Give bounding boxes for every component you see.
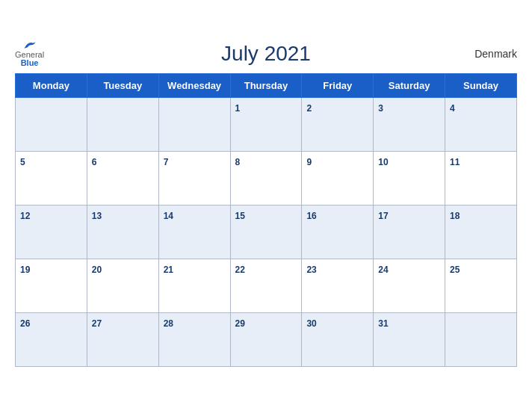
calendar-week-row: 262728293031 xyxy=(16,312,517,366)
calendar-day-cell: 29 xyxy=(230,312,302,366)
day-number: 13 xyxy=(92,211,102,221)
header-saturday: Saturday xyxy=(374,73,445,97)
calendar-day-cell: 10 xyxy=(374,151,445,205)
calendar-day-cell: 13 xyxy=(87,205,158,259)
day-number: 10 xyxy=(378,157,388,167)
calendar-day-cell: 18 xyxy=(445,205,517,259)
day-number: 1 xyxy=(235,103,241,114)
day-number: 31 xyxy=(378,318,388,329)
calendar-day-cell: 25 xyxy=(445,259,517,312)
calendar-day-cell xyxy=(158,97,230,151)
calendar-title: July 2021 xyxy=(15,42,517,66)
calendar-day-cell: 15 xyxy=(230,205,302,259)
calendar-day-cell: 7 xyxy=(158,151,230,205)
calendar-day-cell: 6 xyxy=(87,151,158,205)
calendar-day-cell: 19 xyxy=(16,259,87,312)
day-number: 11 xyxy=(450,157,460,167)
weekday-header-row: Monday Tuesday Wednesday Thursday Friday… xyxy=(16,73,517,97)
calendar-day-cell: 14 xyxy=(158,205,230,259)
calendar-wrapper: General Blue July 2021 Denmark Monday Tu… xyxy=(0,30,532,382)
day-number: 19 xyxy=(20,265,30,275)
calendar-day-cell: 9 xyxy=(302,151,374,205)
day-number: 26 xyxy=(20,318,30,329)
calendar-day-cell: 3 xyxy=(374,97,445,151)
calendar-day-cell: 27 xyxy=(87,312,158,366)
day-number: 12 xyxy=(20,211,30,221)
day-number: 25 xyxy=(450,265,460,275)
day-number: 21 xyxy=(164,265,173,275)
calendar-day-cell: 17 xyxy=(374,205,445,259)
day-number: 14 xyxy=(164,211,173,221)
calendar-day-cell: 12 xyxy=(16,205,87,259)
calendar-day-cell: 20 xyxy=(87,259,158,312)
header-tuesday: Tuesday xyxy=(87,73,158,97)
calendar-day-cell: 26 xyxy=(16,312,87,366)
day-number: 23 xyxy=(306,265,316,275)
calendar-day-cell xyxy=(87,97,158,151)
day-number: 6 xyxy=(92,157,97,167)
calendar-day-cell: 28 xyxy=(158,312,230,366)
logo-area: General Blue xyxy=(15,40,44,67)
header-thursday: Thursday xyxy=(230,73,302,97)
calendar-day-cell: 24 xyxy=(374,259,445,312)
calendar-day-cell xyxy=(16,97,87,151)
calendar-header: General Blue July 2021 Denmark xyxy=(15,37,517,70)
day-number: 27 xyxy=(92,318,102,329)
day-number: 24 xyxy=(378,265,388,275)
calendar-day-cell: 21 xyxy=(158,259,230,312)
day-number: 7 xyxy=(164,157,169,167)
header-friday: Friday xyxy=(302,73,374,97)
day-number: 16 xyxy=(306,211,316,221)
header-sunday: Sunday xyxy=(445,73,517,97)
calendar-week-row: 1234 xyxy=(16,97,517,151)
day-number: 2 xyxy=(306,103,312,114)
day-number: 15 xyxy=(235,211,245,221)
calendar-day-cell xyxy=(445,312,517,366)
day-number: 22 xyxy=(235,265,245,275)
calendar-day-cell: 4 xyxy=(445,97,517,151)
calendar-day-cell: 30 xyxy=(302,312,374,366)
day-number: 3 xyxy=(378,103,383,114)
calendar-day-cell: 1 xyxy=(230,97,302,151)
day-number: 5 xyxy=(20,157,25,167)
calendar-day-cell: 22 xyxy=(230,259,302,312)
day-number: 30 xyxy=(306,318,316,329)
calendar-week-row: 12131415161718 xyxy=(16,205,517,259)
header-wednesday: Wednesday xyxy=(158,73,230,97)
logo-blue-text: Blue xyxy=(21,59,39,67)
calendar-grid: Monday Tuesday Wednesday Thursday Friday… xyxy=(15,73,517,367)
day-number: 8 xyxy=(235,157,241,167)
day-number: 17 xyxy=(378,211,388,221)
day-number: 18 xyxy=(450,211,460,221)
calendar-day-cell: 31 xyxy=(374,312,445,366)
calendar-day-cell: 23 xyxy=(302,259,374,312)
calendar-day-cell: 2 xyxy=(302,97,374,151)
day-number: 20 xyxy=(92,265,102,275)
day-number: 28 xyxy=(164,318,173,329)
day-number: 4 xyxy=(450,103,455,114)
calendar-week-row: 19202122232425 xyxy=(16,259,517,312)
calendar-week-row: 567891011 xyxy=(16,151,517,205)
calendar-day-cell: 5 xyxy=(16,151,87,205)
day-number: 29 xyxy=(235,318,245,329)
header-monday: Monday xyxy=(16,73,87,97)
logo-icon xyxy=(23,40,37,51)
calendar-day-cell: 11 xyxy=(445,151,517,205)
calendar-day-cell: 16 xyxy=(302,205,374,259)
day-number: 9 xyxy=(306,157,312,167)
calendar-day-cell: 8 xyxy=(230,151,302,205)
country-label: Denmark xyxy=(474,48,517,60)
